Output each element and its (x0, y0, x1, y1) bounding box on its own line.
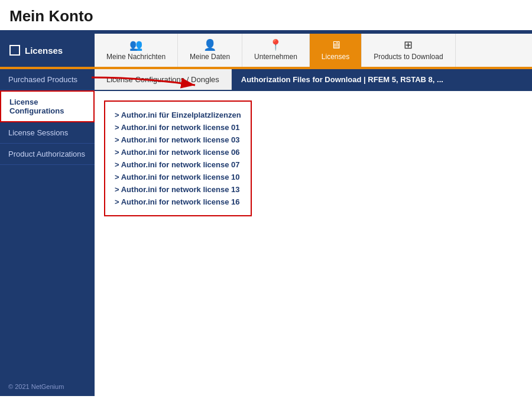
nav-item-unternehmen[interactable]: 📍 Unternehmen (242, 34, 310, 67)
auth-file-link-10[interactable]: > Author.ini for network license 10 (115, 171, 241, 183)
nav-item-label: Meine Daten (190, 53, 230, 61)
sub-nav-header: Authorization Files for Download | RFEM … (232, 69, 532, 90)
sidebar-copyright: © 2021 NetGenium (0, 377, 95, 396)
sidebar: Purchased Products License Configuration… (0, 69, 95, 396)
sidebar-item-product-authorizations[interactable]: Product Authorizations (0, 144, 95, 165)
auth-file-link-03[interactable]: > Author.ini for network license 03 (115, 134, 241, 146)
licenses-icon: 🖥 (330, 40, 341, 50)
auth-file-link-01[interactable]: > Author.ini for network license 01 (115, 121, 241, 134)
nav-item-label: Licenses (322, 53, 349, 61)
sidebar-item-license-sessions[interactable]: License Sessions (0, 122, 95, 144)
main-layout: Purchased Products License Configuration… (0, 69, 532, 396)
sidebar-item-purchased-products[interactable]: Purchased Products (0, 69, 95, 90)
auth-file-link-16[interactable]: > Author.ini for network license 16 (115, 196, 241, 208)
nav-bar: Licenses 👥 Meine Nachrichten 👤 Meine Dat… (0, 34, 532, 67)
auth-file-link-06[interactable]: > Author.ini for network license 06 (115, 146, 241, 158)
nav-item-products-to-download[interactable]: ⊞ Products to Download (362, 34, 455, 67)
licenses-nav-icon (9, 45, 20, 56)
page-title: Mein Konto (0, 0, 532, 30)
auth-file-link-07[interactable]: > Author.ini for network license 07 (115, 158, 241, 171)
nav-items: 👥 Meine Nachrichten 👤 Meine Daten 📍 Unte… (95, 34, 532, 67)
auth-files-box: > Author.ini für Einzelplatzlizenzen > A… (104, 100, 252, 216)
meine-nachrichten-icon: 👥 (129, 40, 142, 50)
unternehmen-icon: 📍 (269, 40, 282, 50)
sub-nav: License Configurations / Dongles Authori… (95, 69, 532, 91)
products-download-icon: ⊞ (404, 40, 413, 50)
nav-item-meine-nachrichten[interactable]: 👥 Meine Nachrichten (95, 34, 178, 67)
meine-daten-icon: 👤 (203, 40, 216, 50)
sub-nav-license-configurations-dongles[interactable]: License Configurations / Dongles (95, 69, 232, 90)
nav-item-label: Meine Nachrichten (106, 53, 166, 61)
auth-file-link-13[interactable]: > Author.ini for network license 13 (115, 183, 241, 196)
nav-logo-label: Licenses (9, 45, 63, 56)
sidebar-item-license-configurations[interactable]: License Configurations (0, 90, 95, 122)
nav-item-meine-daten[interactable]: 👤 Meine Daten (178, 34, 242, 67)
nav-item-label: Unternehmen (254, 53, 297, 61)
nav-logo-section[interactable]: Licenses (0, 34, 95, 67)
nav-item-label: Products to Download (374, 53, 443, 61)
auth-file-link-einzelplatz[interactable]: > Author.ini für Einzelplatzlizenzen (115, 109, 241, 121)
nav-item-licenses[interactable]: 🖥 Licenses (310, 34, 362, 67)
nav-logo-text: Licenses (25, 46, 63, 56)
content-area: License Configurations / Dongles Authori… (95, 69, 532, 396)
